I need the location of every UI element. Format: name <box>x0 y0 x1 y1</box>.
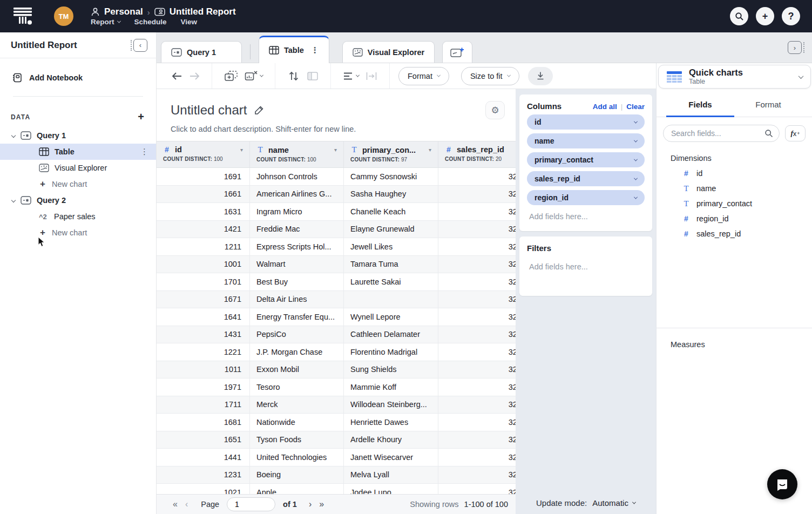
size-to-fit-button[interactable]: Size to fit <box>461 67 519 85</box>
table-row[interactable]: 1221J.P. Morgan ChaseFlorentino Madrigal… <box>157 343 516 361</box>
field-sales-rep-id[interactable]: #sales_rep_id <box>657 226 812 241</box>
add-data-button[interactable]: + <box>138 111 144 123</box>
chevron-down-icon[interactable] <box>11 198 16 202</box>
search-fields-input[interactable] <box>663 125 780 142</box>
column-pill-primary-contact[interactable]: primary_contact <box>527 152 645 167</box>
breadcrumb-workspace[interactable]: Personal <box>104 6 143 17</box>
download-button[interactable] <box>528 67 553 85</box>
redo-button[interactable] <box>186 72 203 80</box>
kebab-menu-icon[interactable]: ⋮ <box>140 147 148 157</box>
table-row[interactable]: 1691Johnson ControlsCammy Sosnowski3215 <box>157 168 516 186</box>
undo-button[interactable] <box>168 72 186 80</box>
align-button[interactable] <box>340 72 362 80</box>
wrap-text-button[interactable] <box>362 71 381 81</box>
first-page-button[interactable]: « <box>173 499 178 509</box>
sidebar-item-visual-explorer[interactable]: Visual Explorer <box>0 160 156 176</box>
table-row[interactable]: 1011Exxon MobilSung Shields3215 <box>157 361 516 379</box>
add-formula-button[interactable]: fx+ <box>785 125 806 141</box>
table-row[interactable]: 1231BoeingMelva Lyall3215 <box>157 466 516 484</box>
sidebar-item-paper-sales[interactable]: ^2 Paper sales <box>0 208 156 225</box>
format-button[interactable]: Format <box>398 67 449 85</box>
table-row[interactable]: 1681NationwideHenriette Dawes3215 <box>157 414 516 431</box>
help-button[interactable]: ? <box>782 7 800 25</box>
new-chart-tab-button[interactable] <box>442 41 472 63</box>
sort-caret-icon[interactable]: ▾ <box>334 147 337 153</box>
tab-table[interactable]: Table ⋮ <box>259 36 329 63</box>
column-header-primary-contact[interactable]: Tprimary_con...▾ COUNT DISTINCT: 97 <box>344 141 438 167</box>
chart-settings-button[interactable]: ⚙ <box>485 101 505 119</box>
columns-dropzone[interactable]: Add fields here... <box>527 205 645 224</box>
page-input[interactable] <box>227 497 275 511</box>
table-row[interactable]: 1671Delta Air Lines3215 <box>157 291 516 309</box>
sidebar-item-query2[interactable]: Query 2 <box>0 192 156 208</box>
column-header-sales-rep-id[interactable]: #sales_rep_id COUNT DISTINCT: 20 <box>438 141 516 167</box>
field-primary-contact[interactable]: Tprimary_contact <box>657 196 812 211</box>
duplicate-chart-button[interactable] <box>221 70 241 82</box>
last-page-button[interactable]: » <box>319 499 324 509</box>
sort-button[interactable] <box>284 71 303 82</box>
sidebar-item-query1[interactable]: Query 1 <box>0 127 156 144</box>
prev-page-button[interactable]: ‹ <box>185 499 188 509</box>
chevron-down-icon[interactable] <box>634 138 638 142</box>
new-button[interactable]: + <box>756 7 774 25</box>
field-id[interactable]: #id <box>657 166 812 181</box>
update-mode-select[interactable]: Automatic <box>592 498 635 508</box>
chat-support-button[interactable] <box>767 469 797 499</box>
freeze-columns-button[interactable] <box>303 71 322 81</box>
tab-format[interactable]: Format <box>734 100 802 117</box>
breadcrumb-report[interactable]: Untitled Report <box>170 6 236 17</box>
sort-caret-icon[interactable]: ▾ <box>429 147 431 153</box>
next-page-button[interactable]: › <box>309 499 312 509</box>
table-row[interactable]: 1641Energy Transfer Equ...Wynell Lepore3… <box>157 308 516 326</box>
column-header-id[interactable]: #id▾ COUNT DISTINCT: 100 <box>157 141 250 167</box>
column-header-name[interactable]: Tname▾ COUNT DISTINCT: 100 <box>250 141 344 167</box>
sidebar-item-new-chart-1[interactable]: + New chart <box>0 176 156 192</box>
column-pill-name[interactable]: name <box>527 133 645 148</box>
collapse-sidebar-button[interactable]: ‹ <box>131 39 147 52</box>
search-button[interactable] <box>730 7 748 25</box>
tab-query1[interactable]: Query 1 <box>161 41 242 63</box>
expand-panel-button[interactable]: › <box>788 41 804 54</box>
chart-description-placeholder[interactable]: Click to add chart description. Shift-en… <box>157 119 516 141</box>
table-row[interactable]: 1421Freddie MacElayne Grunewald3215 <box>157 221 516 239</box>
table-row[interactable]: 1631Ingram MicroChanelle Keach3215 <box>157 203 516 221</box>
table-row[interactable]: 1001WalmartTamara Tuma3215 <box>157 256 516 274</box>
column-pill-sales-rep-id[interactable]: sales_rep_id <box>527 171 645 186</box>
tab-visual-explorer[interactable]: Visual Explorer <box>342 41 435 63</box>
table-row[interactable]: 1971TesoroMammie Koff3215 <box>157 378 516 396</box>
chart-title[interactable]: Untitled chart <box>171 103 247 118</box>
sidebar-item-new-chart-2[interactable]: + New chart <box>0 225 156 241</box>
table-row[interactable]: 1701Best BuyLaurette Sakai3215 <box>157 273 516 291</box>
chevron-down-icon[interactable] <box>11 133 16 138</box>
sort-caret-icon[interactable]: ▾ <box>240 147 243 153</box>
menu-schedule[interactable]: Schedule <box>134 18 167 26</box>
chevron-down-icon[interactable] <box>634 176 638 180</box>
table-row[interactable]: 1441United TechnologiesJanett Wisecarver… <box>157 449 516 466</box>
chevron-down-icon[interactable] <box>634 195 638 199</box>
tab-kebab-icon[interactable]: ⋮ <box>311 45 319 55</box>
menu-view[interactable]: View <box>181 18 198 26</box>
field-name[interactable]: Tname <box>657 181 812 196</box>
add-all-link[interactable]: Add all <box>593 103 617 111</box>
column-pill-id[interactable]: id <box>527 114 645 130</box>
chevron-down-icon[interactable] <box>634 157 638 161</box>
field-region-id[interactable]: #region_id <box>657 211 812 226</box>
table-row[interactable]: 1431PepsiCoCathleen Delamater3215 <box>157 326 516 344</box>
quick-charts-dropdown[interactable]: Quick charts Table <box>658 65 811 89</box>
edit-title-icon[interactable] <box>254 105 264 115</box>
table-row[interactable]: 1651Tyson FoodsArdelle Khoury3215 <box>157 431 516 449</box>
table-row[interactable]: 1211Express Scripts Hol...Jewell Likes32… <box>157 238 516 256</box>
add-notebook-button[interactable]: Add Notebook <box>0 58 156 83</box>
delete-chart-button[interactable] <box>241 70 266 82</box>
table-row[interactable]: 1711MerckWillodean Steinberg...3215 <box>157 396 516 414</box>
avatar[interactable]: TM <box>54 6 73 26</box>
filters-dropzone[interactable]: Add fields here... <box>527 253 645 274</box>
table-row[interactable]: 1021AppleJodee Lupo3215 <box>157 484 516 494</box>
menu-report[interactable]: Report <box>91 18 120 26</box>
tab-fields[interactable]: Fields <box>666 100 734 117</box>
app-logo-icon[interactable] <box>12 5 33 27</box>
sidebar-item-table[interactable]: Table ⋮ <box>0 144 156 160</box>
column-pill-region-id[interactable]: region_id <box>527 190 645 205</box>
chevron-down-icon[interactable] <box>634 119 638 123</box>
clear-link[interactable]: Clear <box>626 103 645 111</box>
